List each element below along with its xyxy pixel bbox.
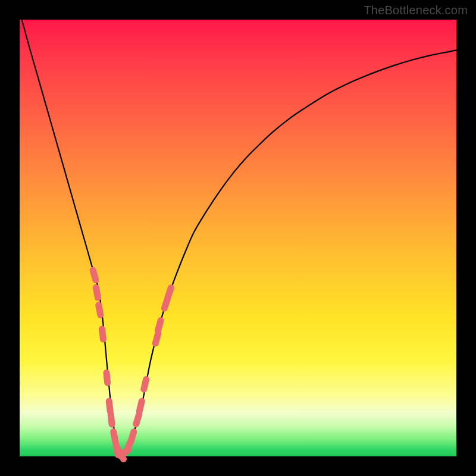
- curve-marker: [114, 432, 115, 442]
- curve-marker: [131, 432, 134, 441]
- curve-marker: [102, 329, 103, 339]
- curve-marker: [139, 401, 142, 411]
- curve-marker: [93, 270, 96, 280]
- curve-marker: [111, 414, 112, 424]
- curve-marker: [155, 334, 158, 343]
- curve-marker: [136, 414, 139, 424]
- chart-frame: TheBottleneck.com: [0, 0, 476, 476]
- curve-marker: [158, 321, 161, 330]
- curve-marker: [96, 287, 98, 298]
- watermark-text: TheBottleneck.com: [364, 4, 468, 17]
- curve-marker: [144, 380, 146, 390]
- curve-marker: [168, 288, 171, 298]
- bottleneck-curve: [20, 20, 456, 456]
- plot-area: [20, 20, 456, 456]
- curve-marker: [107, 372, 108, 383]
- curve-marker: [109, 401, 110, 411]
- curve-marker: [99, 305, 101, 315]
